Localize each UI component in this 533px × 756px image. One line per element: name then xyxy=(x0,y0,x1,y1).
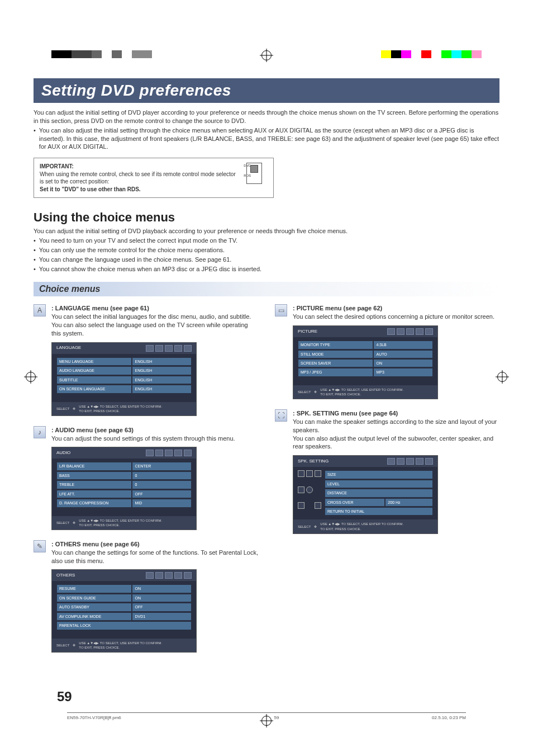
colon: : xyxy=(293,305,297,311)
language-body: You can select the initial languages for… xyxy=(51,313,258,338)
osd-footer: SELECT ✥ USE ▲▼◀▶ TO SELECT, USE ENTER T… xyxy=(293,385,437,399)
others-icon: ✎ xyxy=(34,540,46,552)
osd-row-key: AUDIO LANGUAGE xyxy=(56,366,132,375)
osd-row-value: MID xyxy=(132,499,192,507)
osd-row: PARENTAL LOCK xyxy=(56,621,192,630)
osd-row: RESUMEON xyxy=(56,584,192,593)
osd-row-value: ON xyxy=(132,594,192,602)
registration-mark-right xyxy=(497,372,507,384)
switch-knob-icon xyxy=(250,165,258,173)
bullet-dot-icon: • xyxy=(34,246,36,254)
osd-footer: SELECT ✥ USE ▲▼◀▶ TO SELECT, USE ENTER T… xyxy=(293,519,437,533)
intro-bullet: • You can also adjust the initial settin… xyxy=(34,126,499,152)
osd-row-value: CENTER xyxy=(132,462,192,470)
osd-row-key: RESUME xyxy=(56,584,132,593)
footer-date: 02.5.10, 0:23 PM xyxy=(432,715,466,720)
page-root: Setting DVD preferences You can adjust t… xyxy=(0,0,533,756)
using-bullets: •You need to turn on your TV and select … xyxy=(34,237,499,273)
spk-icon: ⛶ xyxy=(275,409,287,422)
osd-hint1: USE ▲▼◀▶ TO SELECT, USE ENTER TO CONFIRM… xyxy=(79,404,192,409)
osd-row-key: SCREEN SAVER xyxy=(298,359,373,367)
osd-audio-table: L/R BALANCECENTERBASS0TREBLE0LFE ATT.OFF… xyxy=(52,459,196,516)
osd-row-value: 200 Hz xyxy=(385,498,433,507)
audio-icon: ♪ xyxy=(34,426,46,438)
switch-body-icon xyxy=(246,163,262,184)
picture-icon: ▭ xyxy=(275,304,287,316)
osd-row: L/R BALANCECENTER xyxy=(56,462,192,470)
osd-row-value: DVD1 xyxy=(132,612,192,621)
osd-row: ON SCREEN GUIDEON xyxy=(56,594,192,602)
osd-select-label: SELECT xyxy=(56,643,69,648)
left-column: A : LANGUAGE menu (see page 61) You can … xyxy=(34,304,258,662)
colon: : xyxy=(51,305,55,311)
osd-row-key: LFE ATT. xyxy=(56,490,132,498)
osd-row-value: ENGLISH xyxy=(132,366,192,375)
osd-row-key: AV COMPULINK MODE xyxy=(56,612,132,621)
osd-row: LFE ATT.OFF xyxy=(56,490,192,498)
osd-language-title: LANGUAGE xyxy=(56,345,81,351)
osd-row-key: ON SCREEN GUIDE xyxy=(56,594,132,602)
footer-meta: EN59-70TH-V70R[B]ff.pm6 59 02.5.10, 0:23… xyxy=(67,712,466,720)
osd-row-key: PARENTAL LOCK xyxy=(56,621,192,630)
osd-row-value: ENGLISH xyxy=(132,385,192,393)
osd-hint2: TO EXIT, PRESS CHOICE. xyxy=(320,392,433,396)
osd-row-key: CROSS OVER xyxy=(325,498,385,507)
others-heading: OTHERS menu (see page 66) xyxy=(55,541,140,547)
osd-row: SCREEN SAVERON xyxy=(298,359,433,367)
osd-row: LEVEL xyxy=(325,480,433,488)
spk-heading: SPK. SETTING menu (see page 64) xyxy=(297,410,398,417)
columns: A : LANGUAGE menu (see page 61) You can … xyxy=(34,304,499,662)
osd-picture-title: PICTURE xyxy=(298,329,317,335)
osd-row: RETURN TO INITIAL xyxy=(325,507,433,516)
nav-arrows-icon: ✥ xyxy=(314,390,317,394)
audio-heading: AUDIO menu (see page 63) xyxy=(55,427,134,433)
footer-file: EN59-70TH-V70R[B]ff.pm6 xyxy=(67,715,121,720)
using-bullet: •You can change the language used in the… xyxy=(34,256,499,264)
registration-mark-left xyxy=(26,372,36,384)
osd-language-table: MENU LANGUAGEENGLISHAUDIO LANGUAGEENGLIS… xyxy=(52,354,196,402)
osd-row-value: MP3 xyxy=(373,368,433,376)
osd-row: AUTO STANDBYOFF xyxy=(56,603,192,611)
osd-others: OTHERS RESUMEONON SCREEN GUIDEONAUTO STA… xyxy=(51,569,197,652)
osd-row-value: OFF xyxy=(132,490,192,498)
language-icon: A xyxy=(34,304,46,316)
osd-row: AV COMPULINK MODEDVD1 xyxy=(56,612,192,621)
colon: : xyxy=(293,410,297,417)
osd-tabs-icon xyxy=(146,450,192,456)
osd-hint1: USE ▲▼◀▶ TO SELECT, USE ENTER TO CONFIRM… xyxy=(79,641,192,645)
osd-row-key: MONITOR TYPE xyxy=(298,341,373,349)
choice-menus-header: Choice menus xyxy=(34,282,499,296)
bullet-dot-icon: • xyxy=(34,265,36,273)
audio-body: You can adjust the sound settings of thi… xyxy=(51,434,258,443)
osd-row-value: 0 xyxy=(132,480,192,489)
osd-row: TREBLE0 xyxy=(56,480,192,489)
language-heading: LANGUAGE menu (see page 61) xyxy=(55,305,149,311)
osd-hint1: USE ▲▼◀▶ TO SELECT, USE ENTER TO CONFIRM… xyxy=(320,388,433,392)
osd-spk: SPK. SETTING SIZELEVELDISTANCECROSS OVER… xyxy=(293,455,438,533)
intro-text: You can adjust the initial setting of DV… xyxy=(34,108,499,125)
osd-select-label: SELECT xyxy=(56,521,69,525)
using-bullet: •You can only use the remote control for… xyxy=(34,246,499,254)
osd-row: AUDIO LANGUAGEENGLISH xyxy=(56,366,192,375)
osd-spk-body: SIZELEVELDISTANCECROSS OVER200 HzRETURN … xyxy=(293,467,437,519)
using-bullet-text: You can change the language used in the … xyxy=(39,256,232,264)
osd-footer: SELECT ✥ USE ▲▼◀▶ TO SELECT, USE ENTER T… xyxy=(52,516,196,530)
osd-row-key: LEVEL xyxy=(325,480,433,488)
osd-footer: SELECT ✥ USE ▲▼◀▶ TO SELECT, USE ENTER T… xyxy=(52,639,196,652)
page-title: Setting DVD preferences xyxy=(34,78,499,103)
osd-hint2: TO EXIT, PRESS CHOICE. xyxy=(79,523,192,527)
osd-language: LANGUAGE MENU LANGUAGEENGLISHAUDIO LANGU… xyxy=(51,342,197,416)
osd-row-value: OFF xyxy=(132,603,192,611)
important-bold: Set it to "DVD" to use other than RDS. xyxy=(40,186,237,193)
osd-audio-title: AUDIO xyxy=(56,450,70,456)
content: Setting DVD preferences You can adjust t… xyxy=(34,78,499,663)
others-body: You can change the settings for some of … xyxy=(51,549,258,565)
nav-arrows-icon: ✥ xyxy=(73,521,75,525)
using-bullet: •You need to turn on your TV and select … xyxy=(34,237,499,245)
osd-spk-title: SPK. SETTING xyxy=(298,459,329,465)
bullet-dot-icon: • xyxy=(34,126,36,152)
nav-arrows-icon: ✥ xyxy=(73,643,75,648)
osd-row-key: SUBTITLE xyxy=(56,376,132,384)
menu-spk: ⛶ : SPK. SETTING menu (see page 64) You … xyxy=(275,409,499,534)
osd-row-key: DISTANCE xyxy=(325,489,433,497)
